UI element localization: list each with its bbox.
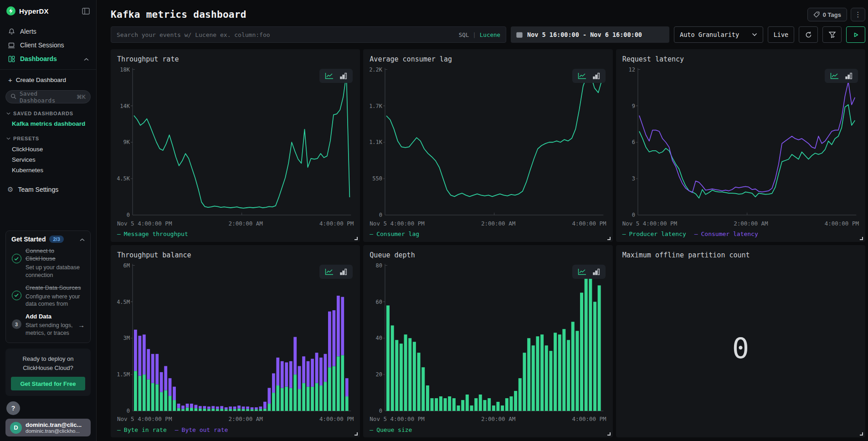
step-connect-clickhouse[interactable]: Connect to ClickHouse Set up your databa… xyxy=(11,247,85,279)
chart-svg: 18K14K9K4.5K0 xyxy=(117,65,354,220)
line-chart-toggle-icon[interactable] xyxy=(325,268,334,275)
bar-chart-toggle-icon[interactable] xyxy=(593,268,600,275)
chart-svg: 6M4.5M3M1.5M0 xyxy=(117,261,354,415)
sidebar-item-team-settings[interactable]: ⚙ Team Settings xyxy=(5,185,91,194)
sidebar-item-clickhouse[interactable]: ClickHouse xyxy=(5,144,91,154)
panel-queue-depth: Queue depth 806040200 Nov 5 4:00:00 PM 2… xyxy=(363,245,612,438)
live-button[interactable]: Live xyxy=(768,26,794,43)
panel-title: Maximum offline partition count xyxy=(622,251,859,259)
deploy-text-line1: Ready to deploy on xyxy=(11,354,85,364)
date-range-picker[interactable]: Nov 5 16:00:00 - Nov 6 16:00:00 xyxy=(511,26,669,43)
svg-text:6: 6 xyxy=(632,139,635,145)
filter-button[interactable] xyxy=(822,26,842,43)
sidebar-item-client-sessions[interactable]: Client Sessions xyxy=(5,38,91,52)
svg-text:550: 550 xyxy=(373,175,383,182)
svg-text:18K: 18K xyxy=(120,66,130,72)
user-menu[interactable]: D dominic.tran@clic... dominic.tran@clic… xyxy=(5,419,91,436)
saved-dashboards-section[interactable]: SAVED DASHBOARDS xyxy=(6,111,90,116)
more-menu-button[interactable]: ⋮ xyxy=(851,8,865,21)
resize-handle[interactable] xyxy=(354,237,358,240)
event-search-input[interactable]: Search your events w/ Lucene ex. column:… xyxy=(111,26,506,43)
resize-handle[interactable] xyxy=(860,432,863,436)
avatar: D xyxy=(10,422,22,434)
calendar-icon xyxy=(516,31,523,38)
legend-label: Consumer lag xyxy=(376,231,419,237)
step-number: 3 xyxy=(12,319,21,329)
refresh-button[interactable] xyxy=(799,26,818,43)
panel-title: Queue depth xyxy=(370,251,606,259)
granularity-select[interactable]: Auto Granularity xyxy=(674,26,763,43)
chart-type-toggle xyxy=(572,69,606,83)
line-chart-toggle-icon[interactable] xyxy=(578,72,586,79)
x-tick: 4:00:00 PM xyxy=(825,220,859,228)
panel-title: Throughput rate xyxy=(117,55,354,63)
step-title: Add Data xyxy=(26,313,74,321)
sidebar-item-alerts[interactable]: Alerts xyxy=(5,25,91,38)
x-tick: 4:00:00 PM xyxy=(572,220,606,228)
line-chart-toggle-icon[interactable] xyxy=(325,72,334,79)
shortcut-hint: ⌘K xyxy=(77,94,86,100)
svg-text:6M: 6M xyxy=(123,262,130,268)
bar-chart-toggle-icon[interactable] xyxy=(845,72,853,79)
svg-text:9K: 9K xyxy=(123,139,130,145)
line-chart-toggle-icon[interactable] xyxy=(830,72,839,79)
legend-item[interactable]: —Byte in rate xyxy=(117,426,167,433)
panel-throughput-rate: Throughput rate 18K14K9K4.5K0 Nov 5 4:00… xyxy=(111,49,360,242)
chart-svg: 2.2K1.7K1.1K5500 xyxy=(370,65,606,220)
x-tick: 2:00:00 AM xyxy=(734,220,768,228)
chart-legend: —Queue size xyxy=(370,424,606,436)
bar-chart-toggle-icon[interactable] xyxy=(593,72,600,79)
panel-average-consumer-lag: Average consumer lag 2.2K1.7K1.1K5500 No… xyxy=(363,49,612,242)
legend-item[interactable]: —Byte out rate xyxy=(175,426,228,433)
bar-chart-toggle-icon[interactable] xyxy=(340,268,347,275)
legend-item[interactable]: —Message throughput xyxy=(117,231,188,237)
sidebar-item-kafka-dashboard[interactable]: Kafka metrics dashboard xyxy=(5,119,91,128)
legend-label: Message throughput xyxy=(124,231,188,237)
resize-handle[interactable] xyxy=(607,432,611,436)
run-query-button[interactable] xyxy=(846,26,865,43)
x-tick: 2:00:00 AM xyxy=(229,220,263,228)
dashboard-grid: Throughput rate 18K14K9K4.5K0 Nov 5 4:00… xyxy=(111,49,865,437)
get-started-free-button[interactable]: Get Started for Free xyxy=(11,377,85,390)
chevron-up-icon[interactable] xyxy=(84,55,89,62)
bar-chart-toggle-icon[interactable] xyxy=(340,72,347,79)
svg-text:0: 0 xyxy=(379,212,382,218)
resize-handle[interactable] xyxy=(354,432,358,436)
chevron-up-icon[interactable] xyxy=(80,236,85,243)
sql-toggle[interactable]: SQL xyxy=(459,31,469,38)
step-create-data-sources[interactable]: Create Data Sources Configure where your… xyxy=(11,284,85,308)
chevron-down-icon xyxy=(6,137,10,140)
dashboards-icon xyxy=(7,56,15,62)
lucene-toggle[interactable]: Lucene xyxy=(480,31,500,38)
main-content: Kafka metrics dashboard 0 Tags ⋮ Search … xyxy=(97,0,868,441)
sidebar-item-kubernetes[interactable]: Kubernetes xyxy=(5,165,91,175)
sidebar-item-dashboards[interactable]: Dashboards xyxy=(5,52,91,66)
sidebar-item-services[interactable]: Services xyxy=(5,154,91,165)
svg-text:12: 12 xyxy=(628,66,635,72)
line-chart-toggle-icon[interactable] xyxy=(578,268,586,275)
gear-icon: ⚙ xyxy=(7,185,13,194)
saved-dashboards-search-input[interactable]: Saved Dashboards ⌘K xyxy=(5,90,91,103)
legend-item[interactable]: —Producer latency xyxy=(622,231,686,237)
presets-section[interactable]: PRESETS xyxy=(6,136,90,141)
collapse-sidebar-icon[interactable] xyxy=(82,8,90,15)
tag-icon xyxy=(813,11,820,18)
play-icon xyxy=(853,32,859,38)
legend-item[interactable]: —Queue size xyxy=(370,426,412,433)
get-started-card: Get Started 2/3 Connect to ClickHouse Se… xyxy=(5,231,91,343)
resize-handle[interactable] xyxy=(860,237,863,240)
resize-handle[interactable] xyxy=(607,237,611,240)
legend-item[interactable]: —Consumer latency xyxy=(694,231,758,237)
help-button[interactable]: ? xyxy=(6,401,20,415)
create-dashboard-button[interactable]: + Create Dashboard xyxy=(5,74,91,90)
tags-button[interactable]: 0 Tags xyxy=(807,8,847,21)
svg-text:3M: 3M xyxy=(123,335,130,341)
svg-text:0: 0 xyxy=(632,212,635,218)
x-tick: 2:00:00 AM xyxy=(229,415,263,424)
refresh-icon xyxy=(805,31,812,39)
legend-item[interactable]: —Consumer lag xyxy=(370,231,419,237)
svg-text:1.5M: 1.5M xyxy=(117,371,130,378)
hyperdx-logo-icon xyxy=(6,6,15,15)
step-add-data[interactable]: 3 Add Data Start sending logs, metrics, … xyxy=(11,313,85,337)
chart-legend: —Byte in rate—Byte out rate xyxy=(117,424,354,436)
